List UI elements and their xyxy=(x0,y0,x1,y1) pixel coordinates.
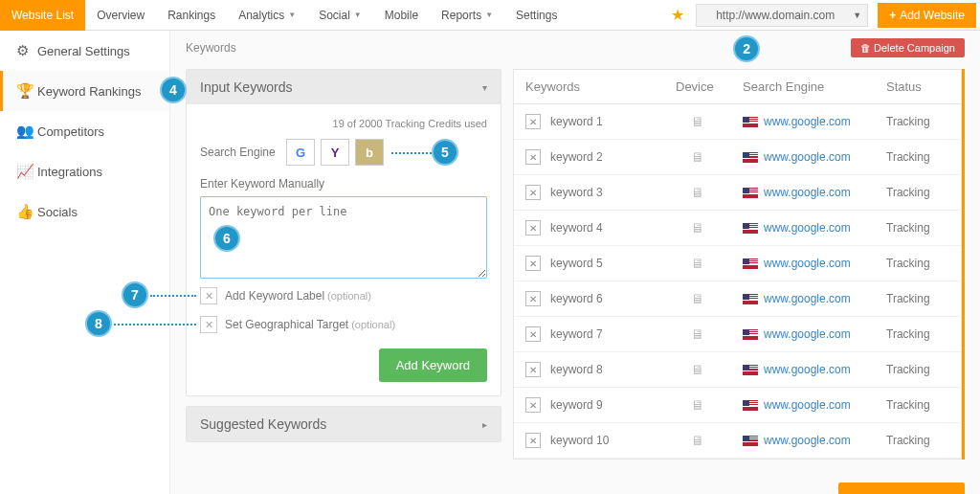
engine-google[interactable]: G xyxy=(286,139,315,166)
us-flag-icon xyxy=(743,400,758,411)
remove-keyword-button[interactable]: ✕ xyxy=(525,256,541,271)
sidebar-item-general[interactable]: ⚙General Settings xyxy=(0,31,169,71)
callout-line xyxy=(114,324,196,326)
keyword-cell: keyword 4 xyxy=(550,221,603,235)
remove-keyword-button[interactable]: ✕ xyxy=(525,326,541,342)
nav-analytics[interactable]: Analytics▼ xyxy=(227,0,307,31)
table-row: ✕keyword 1🖥www.google.comTracking xyxy=(514,104,961,140)
add-label-row[interactable]: 7 ✕ Add Keyword Label(optional) xyxy=(200,281,487,310)
monitor-icon: 🖥 xyxy=(691,433,704,448)
keyword-cell: keyword 7 xyxy=(550,327,603,341)
us-flag-icon xyxy=(743,223,758,234)
input-keywords-header[interactable]: Input Keywords▾ xyxy=(187,70,501,104)
remove-keyword-button[interactable]: ✕ xyxy=(525,397,541,413)
us-flag-icon xyxy=(743,258,758,269)
remove-keyword-button[interactable]: ✕ xyxy=(525,185,541,200)
sidebar-item-socials[interactable]: 👍Socials xyxy=(0,191,169,232)
close-icon[interactable]: ✕ xyxy=(200,316,217,333)
credits-text: 19 of 2000 Tracking Credits used xyxy=(200,118,487,129)
monitor-icon: 🖥 xyxy=(691,326,704,342)
callout-2: 2 xyxy=(733,35,760,62)
monitor-icon: 🖥 xyxy=(691,185,704,200)
save-changes-button[interactable]: Save Changes xyxy=(838,483,965,494)
table-row: ✕keyword 5🖥www.google.comTracking xyxy=(514,246,961,281)
monitor-icon: 🖥 xyxy=(691,149,704,165)
star-icon[interactable]: ★ xyxy=(659,6,696,24)
remove-keyword-button[interactable]: ✕ xyxy=(525,433,541,448)
th-search-engine: Search Engine xyxy=(731,70,875,103)
chevron-down-icon: ▼ xyxy=(288,11,296,19)
domain-select[interactable]: http://www.domain.com▼ 2 xyxy=(696,4,868,27)
search-engine-link[interactable]: www.google.com xyxy=(764,221,851,235)
gear-icon: ⚙ xyxy=(16,42,37,59)
sidebar-item-integrations[interactable]: 📈Integrations xyxy=(0,151,169,191)
suggested-keywords-header[interactable]: Suggested Keywords▸ xyxy=(187,407,501,441)
us-flag-icon xyxy=(743,365,758,375)
remove-keyword-button[interactable]: ✕ xyxy=(525,362,541,377)
monitor-icon: 🖥 xyxy=(691,291,704,306)
search-engine-link[interactable]: www.google.com xyxy=(764,186,851,199)
th-device: Device xyxy=(664,70,731,103)
search-engine-link[interactable]: www.google.com xyxy=(764,257,851,270)
remove-keyword-button[interactable]: ✕ xyxy=(525,220,541,236)
search-engine-link[interactable]: www.google.com xyxy=(764,150,851,164)
search-engine-link[interactable]: www.google.com xyxy=(764,115,851,128)
nav-overview[interactable]: Overview xyxy=(85,0,156,31)
nav-mobile[interactable]: Mobile xyxy=(373,0,430,31)
keyword-cell: keyword 2 xyxy=(550,150,603,164)
thumbs-up-icon: 👍 xyxy=(16,203,37,220)
suggested-keywords-panel: Suggested Keywords▸ xyxy=(186,406,501,442)
engine-yahoo[interactable]: Y xyxy=(321,139,349,166)
main-content: Keywords 🗑 Delete Campaign Input Keyword… xyxy=(170,31,980,494)
search-engine-link[interactable]: www.google.com xyxy=(764,292,851,305)
nav-settings[interactable]: Settings xyxy=(504,0,568,31)
remove-keyword-button[interactable]: ✕ xyxy=(525,291,541,306)
us-flag-icon xyxy=(743,329,758,340)
users-icon: 👥 xyxy=(16,123,37,140)
status-cell: Tracking xyxy=(875,105,961,138)
callout-8: 8 xyxy=(85,310,112,337)
close-icon[interactable]: ✕ xyxy=(200,287,217,304)
search-engine-link[interactable]: www.google.com xyxy=(764,327,851,341)
geo-target-row[interactable]: 8 ✕ Set Geographical Target(optional) xyxy=(200,310,487,339)
keyword-cell: keyword 8 xyxy=(550,363,603,376)
chevron-down-icon: ▼ xyxy=(354,11,362,19)
monitor-icon: 🖥 xyxy=(691,397,704,413)
table-row: ✕keyword 2🖥www.google.comTracking xyxy=(514,140,961,175)
nav-social[interactable]: Social▼ xyxy=(307,0,373,31)
add-keyword-button[interactable]: Add Keyword xyxy=(379,348,487,382)
monitor-icon: 🖥 xyxy=(691,362,704,377)
search-engine-label: Search Engine xyxy=(200,146,286,159)
keyword-cell: keyword 9 xyxy=(550,398,603,412)
monitor-icon: 🖥 xyxy=(691,220,704,236)
sidebar-item-keyword-rankings[interactable]: 🏆Keyword Rankings 4 xyxy=(0,71,169,111)
remove-keyword-button[interactable]: ✕ xyxy=(525,149,541,165)
breadcrumb: Keywords xyxy=(186,41,236,55)
status-cell: Tracking xyxy=(875,176,961,209)
callout-7: 7 xyxy=(122,281,148,308)
status-cell: Tracking xyxy=(875,353,961,386)
th-status: Status xyxy=(875,70,961,103)
chart-icon: 📈 xyxy=(16,163,37,180)
us-flag-icon xyxy=(743,152,758,163)
callout-line xyxy=(391,152,432,154)
table-row: ✕keyword 3🖥www.google.comTracking xyxy=(514,175,961,211)
table-row: ✕keyword 10🖥www.google.comTracking xyxy=(514,423,961,459)
remove-keyword-button[interactable]: ✕ xyxy=(525,114,541,129)
monitor-icon: 🖥 xyxy=(691,114,704,129)
search-engine-link[interactable]: www.google.com xyxy=(764,398,851,412)
website-list-button[interactable]: Website List xyxy=(0,0,85,31)
status-cell: Tracking xyxy=(875,282,961,315)
chevron-right-icon: ▸ xyxy=(482,419,487,430)
add-website-button[interactable]: +Add Website xyxy=(878,3,976,28)
delete-campaign-button[interactable]: 🗑 Delete Campaign xyxy=(851,38,965,57)
engine-bing[interactable]: b xyxy=(355,139,384,166)
search-engine-link[interactable]: www.google.com xyxy=(764,363,851,376)
keyword-textarea[interactable] xyxy=(200,196,487,279)
search-engine-link[interactable]: www.google.com xyxy=(764,434,851,447)
nav-reports[interactable]: Reports▼ xyxy=(430,0,504,31)
callout-4: 4 xyxy=(160,77,187,103)
keyword-cell: keyword 6 xyxy=(550,292,603,305)
nav-rankings[interactable]: Rankings xyxy=(156,0,227,31)
sidebar-item-competitors[interactable]: 👥Competitors xyxy=(0,111,169,151)
